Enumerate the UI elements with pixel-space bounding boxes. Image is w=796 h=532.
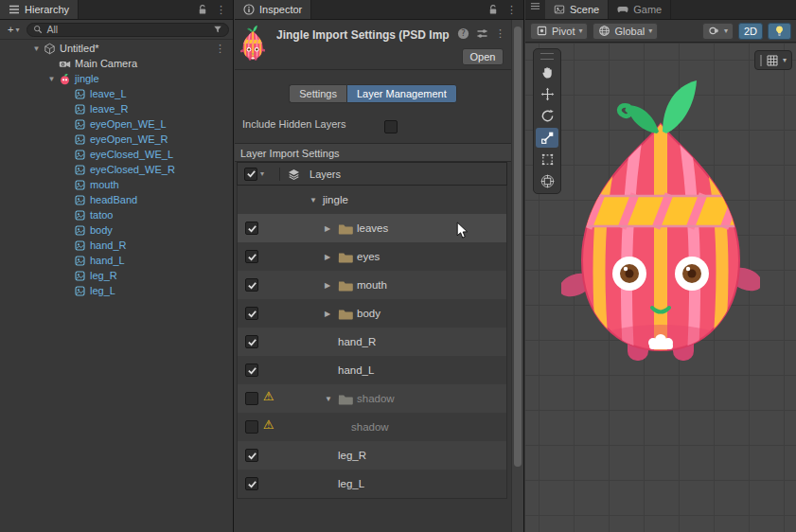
scale-tool-button[interactable] [536,128,558,148]
layer-visibility-checkbox[interactable] [245,278,258,292]
sprite-icon [73,164,87,176]
pivot-dropdown[interactable]: Pivot ▾ [530,23,588,40]
hierarchy-search-input[interactable]: All [27,23,229,37]
layer-visibility-checkbox[interactable] [245,392,258,405]
hierarchy-item-label: eyeOpen_WE_L [90,118,167,130]
inspector-scrollbar[interactable] [511,20,523,532]
hierarchy-item-leave_R[interactable]: leave_R [0,101,233,116]
include-hidden-layers-checkbox[interactable] [384,120,398,133]
open-button[interactable]: Open [462,48,504,65]
hierarchy-item-mouth[interactable]: mouth [0,177,233,192]
scrollbar-thumb[interactable] [514,27,522,467]
unlock-icon[interactable] [197,4,208,15]
layer-row-hand_L[interactable]: hand_L [238,356,506,384]
warning-icon: ⚠ [263,389,274,403]
tab-inspector[interactable]: Inspector [235,0,311,19]
2d-toggle-button[interactable]: 2D [738,23,763,40]
layer-visibility-checkbox[interactable] [245,364,258,377]
foldout-icon[interactable]: ▼ [45,75,58,83]
layer-visibility-checkbox[interactable] [245,420,258,434]
tab-game-label: Game [633,4,662,15]
presets-icon[interactable] [476,27,488,40]
tab-settings[interactable]: Settings [289,84,346,103]
overlay-grip[interactable] [760,55,762,66]
hierarchy-menu-icon[interactable]: ⋮ [216,5,226,15]
hierarchy-item-headBand[interactable]: headBand [0,192,233,207]
asset-header: Jingle Import Settings (PSD Imp ? ⋮ Open [235,20,511,70]
hierarchy-item-leg_R[interactable]: leg_R [0,268,233,283]
hierarchy-tabbar: Hierarchy ⋮ [0,0,233,20]
layer-row-hand_R[interactable]: hand_R [238,328,506,356]
hierarchy-item-label: body [90,224,113,236]
hierarchy-item-leave_L[interactable]: leave_L [0,86,233,101]
layer-row-leg_R[interactable]: leg_R [238,441,506,470]
tab-scene[interactable]: Scene [545,0,609,19]
foldout-icon[interactable]: ▶ [325,224,338,233]
layer-visibility-checkbox[interactable] [245,307,258,320]
transform-tool-button[interactable] [536,171,558,191]
tab-game[interactable]: Game [609,0,671,19]
hierarchy-item-jingle[interactable]: ▼jingle [0,71,233,86]
inspector-menu-icon[interactable]: ⋮ [506,5,517,15]
foldout-icon[interactable]: ▶ [325,253,338,261]
rect-tool-icon [540,152,555,167]
global-dropdown[interactable]: Global ▾ [593,23,658,40]
hierarchy-item-hand_L[interactable]: hand_L [0,253,233,268]
layer-visibility-checkbox[interactable] [245,449,258,462]
layer-visibility-checkbox[interactable] [245,335,258,348]
scene-view-icon [554,4,565,15]
layer-row-shadow[interactable]: ⚠▼shadow [238,384,506,413]
sprite-icon [73,209,87,222]
layer-row-mouth[interactable]: ▶mouth [238,271,506,299]
tab-layer-management[interactable]: Layer Management [346,84,457,103]
unlock-icon[interactable] [487,4,499,15]
layer-row-shadow-child[interactable]: ⚠shadow [238,413,506,441]
foldout-icon[interactable]: ▼ [325,395,338,403]
move-tool-button[interactable] [536,84,558,104]
lightbulb-icon [773,25,786,37]
rotate-tool-button[interactable] [536,106,558,126]
grid-icon[interactable] [766,54,779,67]
layer-visibility-checkbox[interactable] [245,250,258,263]
hierarchy-item-Untitled-[interactable]: ▼Untitled*⋮ [0,41,233,56]
hierarchy-item-label: leg_R [90,270,117,281]
help-icon[interactable]: ? [457,27,469,40]
layer-row-body[interactable]: ▶body [238,299,506,328]
foldout-icon[interactable]: ▼ [30,44,43,53]
chevron-down-icon[interactable]: ▾ [783,56,787,64]
foldout-icon[interactable]: ▼ [310,196,323,204]
asset-menu-icon[interactable]: ⋮ [495,28,505,39]
layer-row-eyes[interactable]: ▶eyes [238,242,506,271]
hierarchy-item-tatoo[interactable]: tatoo [0,207,233,222]
foldout-icon[interactable]: ▶ [325,281,338,290]
add-object-button[interactable]: + ▾ [4,23,23,36]
hierarchy-item-leg_L[interactable]: leg_L [0,283,233,298]
select-all-caret-icon[interactable]: ▾ [260,169,264,178]
scene-viewport[interactable]: ▾ [525,44,796,532]
snap-dropdown[interactable]: ▾ [702,23,734,40]
overlay-grip[interactable] [540,53,554,60]
hierarchy-item-eyeOpen_WE_R[interactable]: eyeOpen_WE_R [0,132,233,147]
layer-visibility-checkbox[interactable] [245,222,258,235]
dock-menu-icon[interactable] [525,0,545,11]
hierarchy-item-Main-Camera[interactable]: Main Camera [0,56,233,71]
hierarchy-item-eyeOpen_WE_L[interactable]: eyeOpen_WE_L [0,116,233,132]
hierarchy-item-eyeClosed_WE_R[interactable]: eyeClosed_WE_R [0,162,233,177]
select-all-checkbox[interactable] [244,168,257,181]
view-tool-button[interactable] [536,62,558,82]
tab-hierarchy[interactable]: Hierarchy [0,0,79,19]
layer-visibility-checkbox[interactable] [245,477,258,490]
sprite-icon [73,239,87,252]
scene-lighting-button[interactable] [768,23,791,40]
layer-row-jingle[interactable]: ▼jingle [238,186,506,214]
hierarchy-item-hand_R[interactable]: hand_R [0,238,233,253]
foldout-icon[interactable]: ▶ [325,310,338,318]
hierarchy-item-eyeClosed_WE_L[interactable]: eyeClosed_WE_L [0,147,233,162]
jingle-sprite[interactable] [561,75,760,378]
layer-label: hand_R [338,336,376,347]
layer-row-leg_L[interactable]: leg_L [238,470,506,498]
rect-tool-button[interactable] [536,150,558,169]
search-filter-icon[interactable] [213,25,222,34]
scene-options-icon[interactable]: ⋮ [215,43,233,55]
hierarchy-item-body[interactable]: body [0,222,233,238]
